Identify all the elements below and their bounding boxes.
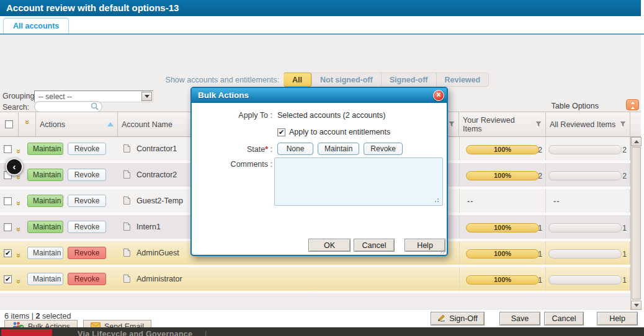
state-revoke-button[interactable]: Revoke [364,143,403,155]
account-page-icon[interactable] [122,273,132,285]
account-name: AdminGuest [136,249,179,257]
maintain-button[interactable]: Maintain [27,221,63,233]
scrollbar-thumb[interactable] [632,147,641,299]
row-checkbox[interactable] [4,197,12,205]
tab-all-accounts[interactable]: All accounts [3,18,69,33]
state-none-button[interactable]: None [277,143,313,155]
filter-all[interactable]: All [284,73,311,87]
chevron-down-icon [145,95,150,100]
expand-chevron-icon[interactable]: » [14,149,24,157]
sign-off-button[interactable]: Sign-Off [431,312,485,325]
brand-separator: | [205,330,207,336]
page-title: Account review with default options-13 [6,2,179,13]
revoke-button[interactable]: Revoke [68,143,106,155]
select-all-checkbox[interactable] [5,120,13,128]
your-reviewed-progress: 100% [466,249,539,259]
revoke-button[interactable]: Revoke [68,247,106,259]
account-page-icon[interactable] [122,169,132,181]
all-reviewed-count: 1 [622,276,627,285]
comments-label: Comments : [192,160,272,169]
your-reviewed-cell: 100% 1 [459,215,546,239]
apply-entitlements-row: ✔ Apply to account entitlements [277,128,390,136]
your-reviewed-progress: 100% [466,223,539,232]
revoke-button[interactable]: Revoke [68,169,106,181]
tab-label: All accounts [13,22,59,30]
header-actions[interactable]: Actions [36,112,118,136]
row-checkbox[interactable] [4,145,12,153]
state-maintain-button[interactable]: Maintain [318,143,359,155]
chevron-double-up-icon [631,100,635,109]
help-button[interactable]: Help [597,312,638,325]
collapse-options-button[interactable] [626,99,639,110]
expand-chevron-icon[interactable]: » [14,227,24,236]
filter-not-signed-off[interactable]: Not signed-off [311,73,381,86]
filter-funnel-icon[interactable] [449,120,455,129]
dialog-resize-grip[interactable] [441,249,445,254]
grouping-dropdown-button[interactable] [141,92,152,101]
header-expand-all[interactable]: » [19,112,36,136]
account-page-icon[interactable] [122,247,132,259]
scroll-down-button[interactable] [631,301,642,310]
comments-textarea[interactable] [274,157,443,206]
row-checkbox[interactable]: ✔ [4,249,12,257]
your-reviewed-count: 2 [538,146,542,154]
maintain-button[interactable]: Maintain [27,195,63,207]
table-options-link[interactable]: Table Options [530,102,599,110]
revoke-button[interactable]: Revoke [68,273,106,285]
textarea-resize-grip[interactable] [437,201,439,202]
row-checkbox[interactable] [4,223,12,231]
filter-funnel-icon[interactable] [535,120,542,129]
filter-reviewed[interactable]: Reviewed [436,73,489,86]
scroll-up-button[interactable] [631,137,642,146]
filter-funnel-icon[interactable] [620,120,626,129]
app-window: Account review with default options-13 A… [0,0,644,336]
apply-to-label: Apply To : [192,111,272,120]
header-all-reviewed-items[interactable]: All Reviewed Items [546,112,630,136]
panel-collapse-toggle[interactable]: ‹ [6,158,23,175]
brand-bar: Via Lifecycle and Governance | [0,327,644,336]
ok-button[interactable]: OK [308,239,351,252]
revoke-button[interactable]: Revoke [68,195,106,207]
row-checkbox[interactable]: ✔ [4,275,12,283]
all-reviewed-progress [548,275,622,285]
maintain-button[interactable]: Maintain [27,273,63,285]
dialog-title-bar[interactable]: Bulk Actions [192,88,447,103]
account-name: Administrator [136,275,182,283]
all-reviewed-count: 1 [622,250,627,259]
all-reviewed-cell: 1 [546,215,630,239]
save-button[interactable]: Save [499,312,540,325]
maintain-button[interactable]: Maintain [27,143,63,155]
header-your-reviewed-items[interactable]: Your Reviewed Items [459,112,546,136]
your-reviewed-cell: 100% 1 [459,241,546,265]
header-select-all[interactable] [0,112,19,136]
your-reviewed-count: 1 [538,224,542,232]
all-reviewed-cell: 1 [546,267,630,291]
brand-text: Via Lifecycle and Governance [78,330,192,336]
your-reviewed-progress: 100% [466,275,539,285]
bulk-actions-dialog: Bulk Actions × Apply To : Selected accou… [190,87,448,256]
revoke-button[interactable]: Revoke [68,221,106,233]
maintain-button[interactable]: Maintain [27,247,63,259]
table-row-administrator: ✔ » Maintain Revoke Administrator 100% 1… [0,267,630,293]
all-reviewed-progress [548,223,622,232]
title-bar: Account review with default options-13 [0,0,641,16]
apply-entitlements-label: Apply to account entitlements [289,128,390,136]
maintain-button[interactable]: Maintain [27,169,63,181]
cancel-button[interactable]: Cancel [544,312,584,325]
your-reviewed-progress: 100% [466,171,539,180]
expand-chevron-icon[interactable]: » [14,201,24,210]
account-page-icon[interactable] [122,143,132,155]
state-label: State* : [192,145,272,154]
close-icon[interactable]: × [433,90,444,101]
dialog-help-button[interactable]: Help [405,239,445,252]
account-page-icon[interactable] [122,221,132,233]
expand-chevron-icon[interactable]: » [14,175,24,183]
filter-signed-off[interactable]: Signed-off [381,73,436,86]
expand-chevron-icon[interactable]: » [14,253,24,262]
apply-entitlements-checkbox[interactable]: ✔ [277,128,285,136]
all-reviewed-cell: -- [546,189,630,213]
apply-to-value: Selected accounts (2 accounts) [277,111,385,120]
account-page-icon[interactable] [122,195,132,207]
dialog-cancel-button[interactable]: Cancel [354,239,395,252]
expand-chevron-icon[interactable]: » [14,279,24,288]
